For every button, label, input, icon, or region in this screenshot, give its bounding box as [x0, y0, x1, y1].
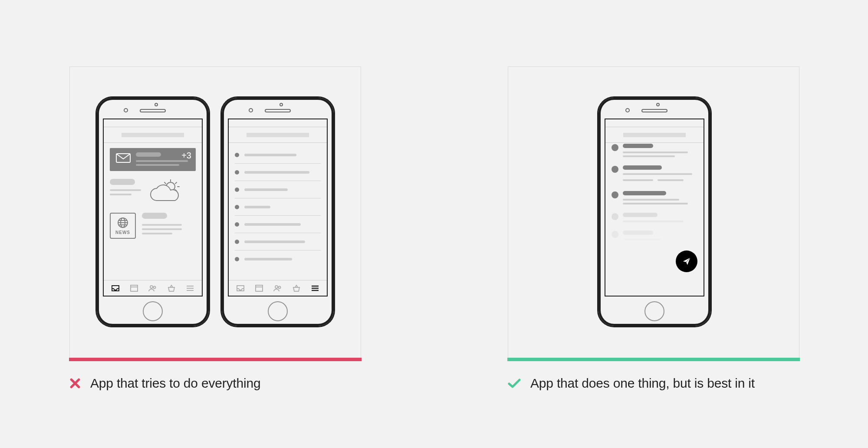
status-bar [605, 119, 704, 127]
svg-point-13 [153, 286, 155, 288]
tab-people-icon[interactable] [148, 284, 158, 293]
phone-chat [598, 98, 710, 326]
header-bar [229, 127, 327, 143]
phone-dashboard: +3 [97, 98, 209, 326]
news-text [142, 213, 182, 239]
tab-browser-icon[interactable] [254, 284, 264, 293]
svg-point-20 [278, 286, 280, 288]
list-item [235, 216, 321, 233]
tab-bar [229, 280, 327, 296]
avatar [612, 166, 618, 173]
phone-sensor [155, 103, 158, 106]
phone-camera [124, 108, 128, 112]
tab-basket-icon[interactable] [291, 284, 302, 293]
dashboard-content: +3 [104, 144, 202, 279]
home-button[interactable] [644, 301, 664, 321]
chat-content [605, 144, 704, 279]
header-bar [104, 127, 202, 143]
avatar [612, 144, 618, 151]
tab-bar [104, 280, 202, 296]
status-bar [104, 119, 202, 127]
chat-message [612, 231, 697, 242]
phone-screen: +3 [103, 119, 203, 296]
svg-rect-17 [256, 285, 263, 291]
mail-badge: +3 [181, 151, 191, 161]
left-panel: +3 [69, 66, 361, 359]
avatar [612, 231, 618, 238]
chat-message [612, 144, 697, 159]
right-caption: App that does one thing, but is best in … [508, 376, 755, 391]
cross-icon [69, 378, 81, 389]
check-icon [508, 378, 521, 389]
right-panel [508, 66, 799, 359]
tab-people-icon[interactable] [273, 284, 283, 293]
list-item [235, 164, 321, 181]
avatar [612, 191, 618, 198]
news-widget: NEWS [110, 213, 196, 239]
tab-browser-icon[interactable] [129, 284, 139, 293]
home-button[interactable] [143, 301, 163, 321]
mail-card: +3 [110, 148, 196, 171]
status-bar [229, 119, 327, 127]
list-item [235, 146, 321, 164]
svg-point-19 [275, 286, 278, 288]
right-caption-text: App that does one thing, but is best in … [530, 376, 755, 391]
svg-point-12 [150, 286, 153, 288]
weather-widget [110, 179, 196, 205]
tab-menu-icon[interactable] [310, 284, 320, 293]
phone-screen [228, 119, 328, 296]
globe-icon [117, 217, 128, 228]
weather-icon [149, 179, 181, 205]
tab-menu-icon[interactable] [185, 284, 195, 293]
svg-line-6 [164, 182, 166, 184]
tab-inbox-icon[interactable] [235, 284, 246, 293]
news-label: NEWS [115, 230, 130, 235]
list-item [235, 198, 321, 216]
phone-earpiece [641, 109, 667, 112]
list-item [235, 233, 321, 250]
phone-screen [605, 119, 704, 296]
left-caption-text: App that tries to do everything [90, 376, 260, 391]
chat-message [612, 213, 697, 224]
phone-sensor [656, 103, 660, 106]
left-underline [69, 358, 362, 361]
phone-earpiece [140, 109, 166, 112]
svg-line-3 [175, 182, 177, 184]
list-item [235, 181, 321, 198]
header-bar [605, 127, 704, 143]
phone-earpiece [265, 109, 291, 112]
tab-basket-icon[interactable] [166, 284, 177, 293]
chat-message [612, 165, 697, 185]
weather-text [110, 179, 141, 195]
list-item [235, 250, 321, 268]
phone-camera [625, 108, 630, 112]
mail-icon [116, 153, 131, 163]
list-content [229, 144, 327, 279]
paper-plane-icon [682, 257, 691, 266]
right-underline [507, 358, 800, 361]
phone-camera [249, 108, 253, 112]
phone-sensor [279, 103, 283, 106]
compose-fab[interactable] [676, 250, 697, 272]
chat-message [612, 191, 697, 207]
news-icon: NEWS [110, 213, 136, 239]
tab-inbox-icon[interactable] [110, 284, 121, 293]
avatar [612, 213, 618, 220]
svg-rect-10 [131, 285, 138, 291]
home-button[interactable] [268, 301, 288, 321]
left-caption: App that tries to do everything [69, 376, 260, 391]
phone-list [222, 98, 334, 326]
